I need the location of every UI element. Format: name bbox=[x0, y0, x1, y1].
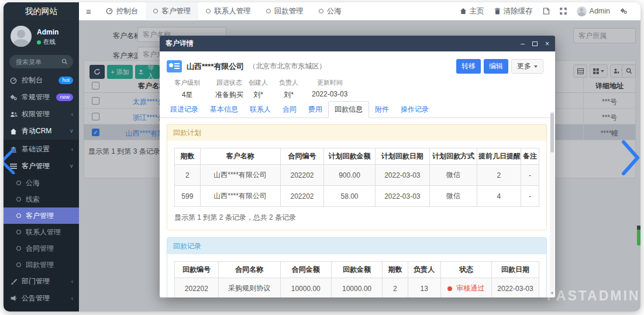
nav-tab-high-seas[interactable]: 公海 bbox=[311, 2, 349, 20]
brand-title[interactable]: 我的网站 bbox=[4, 2, 79, 20]
table-header-row: 期数 客户名称 合同编号 计划回款金额 计划回款日期 计划回款方式 提前几日提醒… bbox=[175, 148, 539, 165]
top-navbar: ≡ 控制台 客户管理 联系人管理 回款管理 公海 bbox=[79, 2, 640, 20]
table-row[interactable]: 599 山西****有限公司 202202 58.00 2022-03-03 微… bbox=[175, 186, 539, 207]
fullscreen-icon[interactable] bbox=[560, 8, 567, 15]
sidebar-item-auth[interactable]: 权限管理 ‹ bbox=[4, 106, 79, 123]
tab-expenses[interactable]: 费用 bbox=[302, 102, 328, 117]
users-icon bbox=[9, 111, 18, 118]
menu-search-input[interactable] bbox=[15, 58, 61, 66]
sidebar-item-customer-mgmt-active[interactable]: 客户管理 bbox=[4, 207, 79, 224]
sidebar-item-payment-mgmt[interactable]: 回款管理 bbox=[4, 257, 79, 273]
modal-body: 回款计划 期数 客户名称 合同编号 计划回款金额 计划回款日期 计划回款方式 bbox=[160, 118, 555, 297]
user-avatar[interactable] bbox=[11, 26, 32, 47]
minimize-icon[interactable]: – bbox=[521, 40, 525, 48]
status-dot-icon bbox=[447, 286, 452, 291]
maximize-icon[interactable] bbox=[532, 41, 538, 46]
tab-basic-info[interactable]: 基本信息 bbox=[204, 102, 244, 117]
table-row[interactable]: 2 山西****有限公司 202202 900.00 2022-03-03 微信… bbox=[175, 165, 539, 186]
next-arrow-icon[interactable] bbox=[622, 140, 640, 175]
customer-info-row: 客户级别 4星 跟进状态 准备购买 创建人 刘* 负责人 刘* 更新时间 2 bbox=[160, 78, 555, 103]
table-row[interactable]: 202202 采购规则协议 10000.00 10000.00 2 13 审核通… bbox=[175, 278, 539, 298]
message-icon[interactable] bbox=[543, 8, 550, 15]
floating-widget[interactable] bbox=[637, 226, 640, 245]
tab-contacts[interactable]: 联系人 bbox=[244, 102, 277, 117]
company-name: 山西****有限公司 bbox=[187, 61, 244, 72]
payment-plan-table: 期数 客户名称 合同编号 计划回款金额 计划回款日期 计划回款方式 提前几日提醒… bbox=[174, 148, 539, 207]
tab-payment-info[interactable]: 回款信息 bbox=[328, 101, 369, 118]
modal-tabs: 跟进记录 基本信息 联系人 合同 费用 回款信息 附件 操作记录 bbox=[160, 103, 555, 118]
sidebar-item-dept-mgmt[interactable]: 部门管理 ‹ bbox=[4, 273, 79, 290]
caret-down-icon bbox=[534, 65, 538, 68]
circle-icon bbox=[16, 262, 21, 267]
payment-record-table: 回款编号 合同名称 合同金额 回款金额 期数 负责人 状态 回款日期 20220… bbox=[174, 261, 539, 297]
user-status: 在线 bbox=[37, 38, 58, 46]
nav-tab-customer-mgmt[interactable]: 客户管理 bbox=[146, 2, 198, 20]
chevron-down-icon: ˅ bbox=[70, 163, 73, 169]
search-icon bbox=[61, 58, 68, 65]
sidebar-item-crm[interactable]: 青动CRM ˅ bbox=[4, 123, 79, 140]
scrollbar-thumb[interactable] bbox=[550, 113, 554, 153]
circle-icon bbox=[266, 9, 271, 13]
online-dot-icon bbox=[37, 40, 41, 44]
table-header-row: 回款编号 合同名称 合同金额 回款金额 期数 负责人 状态 回款日期 bbox=[175, 262, 539, 278]
close-icon[interactable]: × bbox=[545, 40, 549, 48]
hamburger-icon[interactable]: ≡ bbox=[79, 6, 98, 16]
bullhorn-icon bbox=[9, 295, 18, 302]
modal-header[interactable]: 客户详情 – × bbox=[160, 36, 555, 51]
status-cell: 审核通过 bbox=[440, 278, 491, 298]
admin-menu[interactable]: Admin bbox=[577, 6, 610, 16]
sidebar-item-contact-mgmt[interactable]: 联系人管理 bbox=[4, 224, 79, 240]
chevron-left-icon: ‹ bbox=[71, 295, 73, 302]
tab-attachments[interactable]: 附件 bbox=[369, 102, 395, 117]
chevron-left-icon: ‹ bbox=[71, 278, 73, 285]
nav-tab-payment-mgmt[interactable]: 回款管理 bbox=[259, 2, 311, 20]
home-link[interactable]: 主页 bbox=[460, 6, 484, 16]
circle-icon bbox=[153, 9, 158, 13]
home-icon bbox=[460, 8, 467, 15]
scroll-down-arrow-icon[interactable]: ▼ bbox=[550, 291, 555, 295]
dashboard-icon bbox=[9, 77, 18, 84]
new-badge: new bbox=[56, 94, 73, 101]
payment-record-panel: 回款记录 回款编号 合同名称 合同金额 回款金额 期数 负责人 状态 bbox=[167, 237, 547, 297]
payment-plan-title: 回款计划 bbox=[167, 124, 546, 141]
more-button[interactable]: 更多 bbox=[511, 59, 543, 74]
clear-cache-link[interactable]: 清除缓存 bbox=[494, 6, 533, 16]
info-level: 客户级别 4星 bbox=[174, 78, 200, 100]
gears-icon bbox=[9, 94, 18, 101]
user-profile: Admin 在线 bbox=[4, 20, 79, 50]
circle-icon bbox=[16, 181, 21, 185]
plan-pagination: 显示第 1 到第 2 条记录，总共 2 条记录 bbox=[174, 207, 539, 230]
edit-button[interactable]: 编辑 bbox=[484, 59, 508, 74]
modal-scrollbar[interactable]: ▼ bbox=[550, 112, 555, 296]
circle-icon bbox=[16, 230, 21, 234]
chevron-left-icon: ‹ bbox=[71, 146, 73, 153]
nav-tab-dashboard[interactable]: 控制台 bbox=[98, 2, 146, 20]
brush-icon bbox=[9, 278, 18, 285]
prev-arrow-icon[interactable] bbox=[4, 148, 15, 174]
info-updated: 更新时间 2022-03-03 bbox=[312, 78, 347, 98]
payment-plan-panel: 回款计划 期数 客户名称 合同编号 计划回款金额 计划回款日期 计划回款方式 bbox=[167, 124, 547, 230]
tab-contracts[interactable]: 合同 bbox=[277, 102, 302, 117]
settings-gears-icon[interactable] bbox=[620, 8, 628, 15]
sidebar-item-notice-mgmt[interactable]: 公告管理 ‹ bbox=[4, 290, 79, 307]
sidebar-menu: 控制台 hot 常规管理 new 权限管理 ‹ bbox=[4, 72, 79, 311]
transfer-button[interactable]: 转移 bbox=[456, 59, 481, 74]
tab-follow-records[interactable]: 跟进记录 bbox=[164, 102, 204, 117]
sidebar-item-leads[interactable]: 线索 bbox=[4, 191, 79, 207]
home-icon bbox=[9, 128, 18, 135]
sidebar-item-high-seas[interactable]: 公海 bbox=[4, 175, 79, 191]
modal-title: 客户详情 bbox=[166, 39, 194, 49]
chevron-down-icon: ˅ bbox=[70, 128, 73, 134]
sidebar-item-dashboard[interactable]: 控制台 hot bbox=[4, 72, 79, 89]
user-name: Admin bbox=[37, 28, 58, 36]
circle-icon bbox=[16, 197, 21, 202]
sidebar-item-contract-mgmt[interactable]: 合同管理 bbox=[4, 240, 79, 257]
dashboard-icon bbox=[106, 8, 113, 15]
contact-card-icon bbox=[167, 60, 182, 72]
chevron-left-icon: ‹ bbox=[71, 111, 73, 117]
app-window: 我的网站 Admin 在线 控制台 hot bbox=[4, 2, 640, 311]
sidebar-item-general[interactable]: 常规管理 new bbox=[4, 89, 79, 106]
tab-operation-log[interactable]: 操作记录 bbox=[395, 102, 435, 117]
nav-tab-contact-mgmt[interactable]: 联系人管理 bbox=[198, 2, 259, 20]
menu-search[interactable] bbox=[9, 55, 73, 68]
